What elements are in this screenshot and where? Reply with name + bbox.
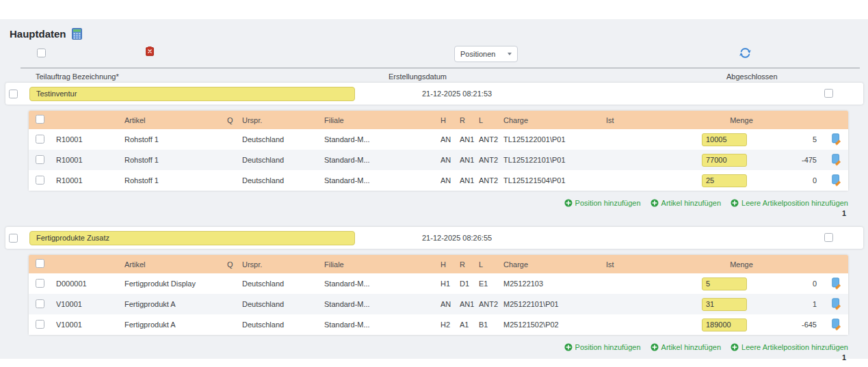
position-row: V10001Fertigprodukt ADeutschlandStandard… xyxy=(29,294,848,314)
outer-column-headers: Teilauftrag Bezeichnung* Erstellungsdatu… xyxy=(0,70,868,83)
row-cell-select xyxy=(29,299,56,310)
row-cell-select xyxy=(29,320,56,330)
row-cell-actions xyxy=(824,318,848,331)
position-select-checkbox[interactable] xyxy=(36,176,44,185)
header-cell-menge: Menge xyxy=(702,260,781,269)
header-cell-select xyxy=(29,259,56,269)
add-empty-artikelposition-link[interactable]: Leere Artikelposition hinzufügen xyxy=(731,343,848,351)
plus-icon xyxy=(650,199,659,207)
row-cell-filiale: Standard-M... xyxy=(324,156,440,164)
teilauftrag-group: 21-12-2025 08:21:53ArtikelQUrspr.Filiale… xyxy=(5,83,863,217)
add-link-label: Leere Artikelposition hinzufügen xyxy=(741,199,848,207)
header-cell-select xyxy=(29,115,56,125)
select-all-positions-checkbox[interactable] xyxy=(36,259,44,268)
row-cell-code: V10001 xyxy=(56,300,124,308)
row-cell-artikel: Rohstoff 1 xyxy=(124,135,227,144)
calculator-icon[interactable] xyxy=(72,28,82,40)
select-all-teilauftrag-checkbox[interactable] xyxy=(37,49,46,57)
edit-note-button[interactable] xyxy=(830,277,842,290)
add-artikel-link[interactable]: Artikel hinzufügen xyxy=(650,343,721,351)
select-all-positions-checkbox[interactable] xyxy=(36,115,44,124)
table-footer-links: Position hinzufügenArtikel hinzufügenLee… xyxy=(5,199,863,207)
position-select-checkbox[interactable] xyxy=(36,320,44,329)
row-cell-select xyxy=(29,279,56,289)
edit-note-button[interactable] xyxy=(830,133,842,146)
positions-table-header: ArtikelQUrspr.FilialeHRLChargeIstMenge xyxy=(29,111,848,129)
edit-note-button[interactable] xyxy=(830,298,842,310)
menge-input[interactable] xyxy=(702,277,747,290)
position-select-checkbox[interactable] xyxy=(36,279,44,288)
menge-input[interactable] xyxy=(702,318,747,331)
header-cell-q: Q xyxy=(227,260,242,269)
plus-icon xyxy=(564,199,573,207)
menge-input[interactable] xyxy=(702,174,747,187)
add-position-link[interactable]: Position hinzufügen xyxy=(564,343,641,351)
row-cell-actions xyxy=(824,277,848,290)
row-cell-menge xyxy=(702,298,781,311)
header-cell-filiale: Filiale xyxy=(324,116,440,124)
positionen-select-value: Positionen xyxy=(460,50,495,58)
row-cell-artikel: Fertigprodukt Display xyxy=(124,280,227,288)
add-position-link[interactable]: Position hinzufügen xyxy=(564,199,641,207)
row-cell-urspr: Deutschland xyxy=(242,135,324,144)
add-artikel-link[interactable]: Artikel hinzufügen xyxy=(650,199,721,207)
row-cell-delta: 5 xyxy=(781,135,824,144)
row-cell-r: AN1 xyxy=(460,300,479,308)
teilauftrag-select-checkbox[interactable] xyxy=(9,90,18,98)
add-link-label: Artikel hinzufügen xyxy=(661,199,721,207)
abgeschlossen-checkbox[interactable] xyxy=(824,233,833,242)
row-cell-delta: 1 xyxy=(781,300,824,308)
row-cell-delta: 0 xyxy=(781,176,824,185)
row-cell-r: AN1 xyxy=(460,135,479,144)
chevron-down-icon xyxy=(508,53,512,55)
menge-input[interactable] xyxy=(702,154,747,167)
position-select-checkbox[interactable] xyxy=(36,155,44,164)
row-cell-delta: 0 xyxy=(781,280,824,288)
header-cell-r: R xyxy=(460,260,479,269)
row-cell-l: E1 xyxy=(479,280,503,288)
row-cell-r: AN1 xyxy=(460,176,479,185)
edit-note-button[interactable] xyxy=(830,154,842,166)
column-header-erstellungsdatum: Erstellungsdatum xyxy=(389,72,447,81)
column-header-bezeichnung: Teilauftrag Bezeichnung* xyxy=(36,72,119,81)
header-cell-ist: Ist xyxy=(606,116,702,124)
menge-input[interactable] xyxy=(702,298,747,311)
positions-table: ArtikelQUrspr.FilialeHRLChargeIstMengeR1… xyxy=(29,111,848,191)
row-cell-l: ANT2 xyxy=(479,176,503,185)
row-cell-select xyxy=(29,155,56,165)
row-cell-l: ANT2 xyxy=(479,135,503,144)
plus-icon xyxy=(731,343,739,351)
row-cell-select xyxy=(29,176,56,186)
header-cell-charge: Charge xyxy=(503,260,606,269)
teilauftrag-name-input[interactable] xyxy=(29,87,355,101)
position-select-checkbox[interactable] xyxy=(36,299,44,308)
row-cell-urspr: Deutschland xyxy=(242,321,324,329)
plus-icon xyxy=(564,343,573,351)
row-cell-charge: TL125122001\P01 xyxy=(503,135,606,144)
row-cell-filiale: Standard-M... xyxy=(324,321,440,329)
row-cell-actions xyxy=(824,174,848,187)
refresh-button[interactable] xyxy=(739,46,752,60)
edit-note-button[interactable] xyxy=(830,174,842,187)
menge-input[interactable] xyxy=(702,133,747,146)
header-cell-q: Q xyxy=(227,116,242,124)
abgeschlossen-checkbox[interactable] xyxy=(824,89,833,98)
teilauftrag-select-checkbox[interactable] xyxy=(9,234,18,243)
delete-selected-button[interactable] xyxy=(146,46,154,56)
teilauftrag-name-input[interactable] xyxy=(29,231,355,245)
row-cell-menge xyxy=(702,318,781,331)
positionen-select[interactable]: Positionen xyxy=(454,46,518,62)
created-timestamp: 21-12-2025 08:21:53 xyxy=(422,90,492,98)
header-cell-r: R xyxy=(460,116,479,124)
row-cell-filiale: Standard-M... xyxy=(324,300,440,308)
row-cell-menge xyxy=(702,154,781,167)
row-cell-menge xyxy=(702,277,781,290)
column-header-abgeschlossen: Abgeschlossen xyxy=(726,72,778,81)
row-cell-h: AN xyxy=(440,300,460,308)
row-cell-code: V10001 xyxy=(56,321,124,329)
add-empty-artikelposition-link[interactable]: Leere Artikelposition hinzufügen xyxy=(731,199,848,207)
edit-note-button[interactable] xyxy=(830,318,842,331)
position-row: R10001Rohstoff 1DeutschlandStandard-M...… xyxy=(29,129,848,150)
header-cell-urspr: Urspr. xyxy=(242,116,324,124)
position-select-checkbox[interactable] xyxy=(36,135,44,144)
